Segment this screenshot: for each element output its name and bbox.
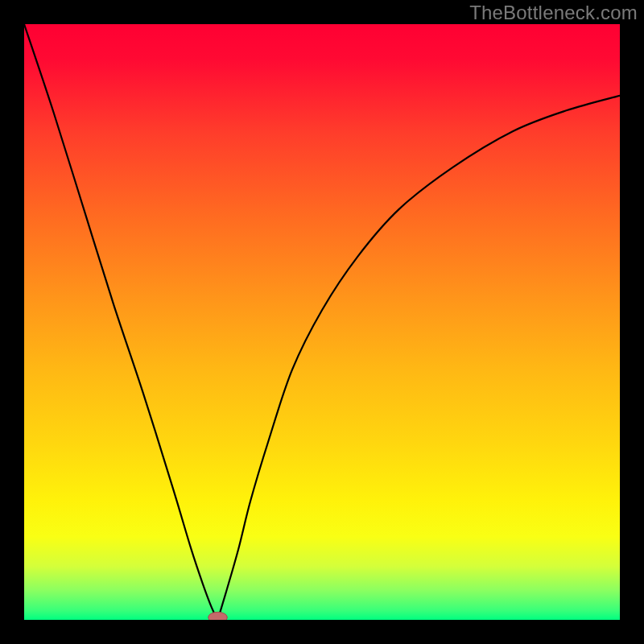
minimum-marker — [208, 612, 228, 620]
plot-area — [24, 24, 620, 620]
plot-svg — [24, 24, 620, 620]
watermark-text: TheBottleneck.com — [469, 2, 638, 24]
chart-frame: TheBottleneck.com — [0, 0, 644, 644]
gradient-background — [24, 24, 620, 620]
